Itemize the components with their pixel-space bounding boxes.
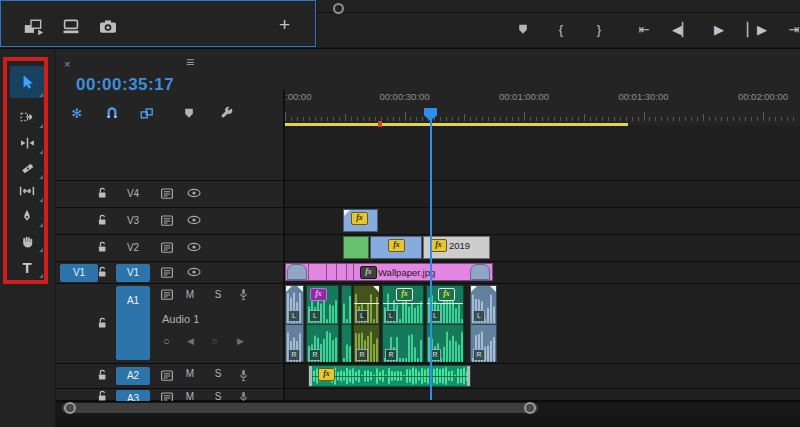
sync-lock-icon[interactable] (160, 391, 176, 401)
audio-clip[interactable]: LR (353, 285, 380, 362)
razor-tool-button[interactable] (10, 156, 44, 180)
work-area-bar[interactable] (285, 123, 628, 126)
mark-out-button[interactable]: } (587, 21, 611, 39)
solo-button[interactable]: S (211, 368, 225, 379)
ruler-tick (422, 117, 423, 121)
add-marker-icon[interactable] (180, 105, 198, 121)
track-target-v2[interactable]: V2 (116, 239, 150, 257)
audio-clip[interactable] (341, 285, 352, 362)
sync-lock-icon[interactable] (160, 241, 176, 255)
slip-tool-button[interactable] (10, 179, 44, 203)
hand-tool-button[interactable] (10, 229, 44, 253)
mute-button[interactable]: M (183, 289, 197, 300)
fx-badge[interactable]: fx (360, 266, 377, 279)
lock-icon[interactable] (96, 214, 110, 228)
step-forward-button[interactable]: ▏▶ (745, 21, 769, 39)
panel-menu-icon[interactable]: ≡ (186, 54, 194, 70)
video-clip[interactable]: fxWallpaper.jpg (285, 263, 493, 281)
track-output-eye-icon[interactable] (186, 241, 202, 255)
audio-clip[interactable]: LR (470, 285, 497, 362)
playhead-timecode[interactable]: 00:00:35:17 (76, 75, 174, 95)
export-frame-icon[interactable] (98, 18, 122, 36)
keyframe-toggle-icon[interactable]: ○ (163, 335, 170, 347)
video-clip[interactable]: fx (370, 236, 422, 259)
audio-clip[interactable]: LR (285, 285, 304, 362)
mute-button[interactable]: M (183, 368, 197, 379)
track-target-v1[interactable]: V1 (116, 264, 150, 282)
fx-badge[interactable]: fx (430, 239, 447, 252)
track-name-label[interactable]: Audio 1 (162, 313, 199, 325)
step-back-button[interactable]: ◀▏ (670, 21, 694, 39)
selection-tool-button[interactable] (10, 66, 44, 98)
ruler-tick (554, 117, 555, 121)
settings-ring-icon[interactable] (333, 3, 344, 14)
source-patch-v1[interactable]: V1 (60, 264, 98, 282)
mute-button[interactable]: M (183, 391, 197, 401)
track-output-eye-icon[interactable] (186, 214, 202, 228)
solo-button[interactable]: S (211, 289, 225, 300)
sync-lock-icon[interactable] (160, 369, 176, 383)
lock-icon[interactable] (96, 390, 110, 401)
add-marker-button[interactable] (511, 21, 535, 41)
fx-badge[interactable]: fx (318, 368, 335, 381)
clip-transition[interactable] (470, 264, 490, 280)
track-target-v4[interactable]: V4 (116, 185, 150, 203)
scrollbar-zoom-handle-left[interactable] (64, 402, 76, 414)
sync-lock-icon[interactable] (160, 214, 176, 228)
fx-badge[interactable]: fx (438, 288, 455, 301)
sync-lock-icon[interactable] (160, 288, 176, 302)
linked-selection-icon[interactable] (138, 105, 156, 121)
next-keyframe-icon[interactable]: ▶ (237, 336, 244, 346)
solo-button[interactable]: S (211, 391, 225, 401)
voiceover-mic-icon[interactable] (238, 288, 254, 302)
go-to-in-button[interactable]: ⇤ (632, 21, 656, 39)
overwrite-icon[interactable] (61, 18, 85, 36)
horizontal-scrollbar-thumb[interactable] (62, 403, 538, 413)
ripple-edit-tool-button[interactable] (10, 131, 44, 155)
go-to-out-button[interactable]: ⇥ (782, 21, 800, 39)
play-button[interactable]: ▶ (707, 21, 731, 39)
voiceover-mic-icon[interactable] (238, 369, 254, 383)
type-tool-button[interactable]: T (10, 255, 44, 279)
track-output-eye-icon[interactable] (186, 266, 202, 280)
button-editor-add-icon[interactable]: + (279, 14, 290, 36)
fx-badge[interactable]: fx (388, 239, 405, 252)
prev-keyframe-icon[interactable]: ◀ (187, 336, 194, 346)
sync-lock-icon[interactable] (160, 266, 176, 280)
timeline-settings-wrench-icon[interactable] (218, 105, 236, 121)
sequence-marker[interactable] (378, 121, 382, 127)
lock-icon[interactable] (96, 266, 110, 280)
lock-icon[interactable] (96, 187, 110, 201)
clip-transition[interactable] (287, 264, 307, 280)
sync-lock-icon[interactable] (160, 187, 176, 201)
fx-badge[interactable]: fx (310, 288, 327, 301)
audio-clip[interactable]: LRfx (382, 285, 424, 362)
track-target-a2[interactable]: A2 (116, 367, 150, 385)
voiceover-mic-icon[interactable] (238, 391, 254, 401)
panel-close-icon[interactable]: × (64, 58, 70, 70)
fx-badge[interactable]: fx (396, 288, 413, 301)
video-clip[interactable]: fx (343, 209, 378, 232)
audio-clip[interactable]: LRfx (306, 285, 339, 362)
lock-icon[interactable] (96, 369, 110, 383)
snap-magnet-icon[interactable] (103, 105, 121, 121)
scrollbar-zoom-handle-right[interactable] (524, 402, 536, 414)
audio-clip[interactable]: fx (308, 365, 471, 387)
video-clip[interactable] (343, 236, 369, 259)
lock-icon[interactable] (96, 317, 110, 331)
ruler-tick (727, 117, 728, 121)
pen-tool-button[interactable] (10, 204, 44, 228)
track-select-forward-tool-button[interactable] (10, 105, 44, 129)
track-output-eye-icon[interactable] (186, 187, 202, 201)
insert-icon[interactable] (23, 18, 47, 36)
video-clip[interactable]: fx2019 (423, 236, 490, 259)
fx-badge[interactable]: fx (351, 212, 368, 225)
ruler-tick (452, 117, 453, 121)
lock-icon[interactable] (96, 241, 110, 255)
add-keyframe-icon[interactable]: ○ (212, 336, 217, 346)
mark-in-button[interactable]: { (549, 21, 573, 39)
nest-toggle-icon[interactable]: ✻ (68, 105, 86, 121)
track-target-a3[interactable]: A3 (116, 390, 150, 401)
track-target-v3[interactable]: V3 (116, 212, 150, 230)
track-target-a1[interactable]: A1 (116, 286, 150, 360)
